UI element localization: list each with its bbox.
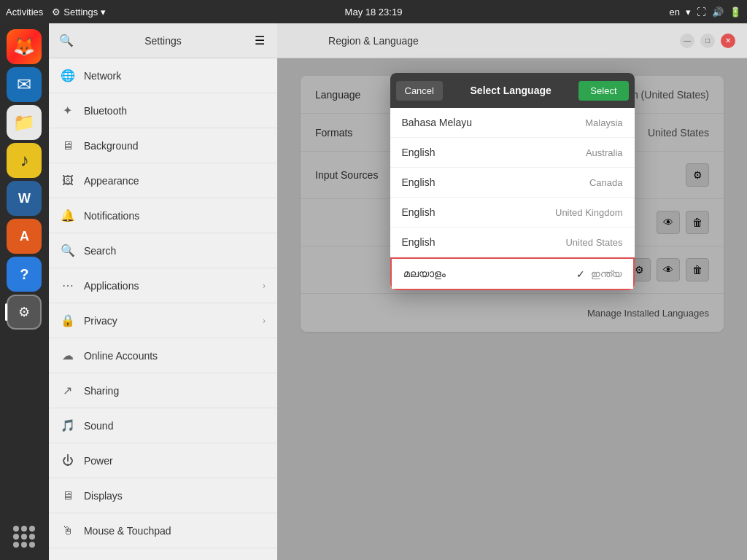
sidebar-item-privacy[interactable]: 🔒 Privacy › xyxy=(49,303,277,338)
language-country: ഇന്ത്യ xyxy=(591,268,622,280)
dock: 🦊 ✉ 📁 ♪ W A ? ⚙ xyxy=(0,23,49,560)
language-name: മലയാളം xyxy=(403,268,576,280)
power-icon: ⏻ xyxy=(61,454,75,468)
sidebar-item-label: Network xyxy=(84,70,266,82)
main-layout: 🦊 ✉ 📁 ♪ W A ? ⚙ 🔍 Settings ☰ xyxy=(0,23,747,560)
dock-icon-settings[interactable]: ⚙ xyxy=(7,295,42,330)
bluetooth-icon: ✦ xyxy=(61,104,75,118)
sidebar-item-background[interactable]: 🖥 Background xyxy=(49,128,277,163)
language-name: English xyxy=(402,236,566,248)
language-name: English xyxy=(402,206,556,218)
sidebar-item-keyboard-shortcuts[interactable]: ⌨ Keyboard Shortcuts xyxy=(49,548,277,560)
activities-button[interactable]: Activities xyxy=(6,7,43,18)
dialog-title: Select Language xyxy=(449,85,573,96)
language-country: Malaysia xyxy=(585,117,622,128)
sidebar-item-notifications[interactable]: 🔔 Notifications xyxy=(49,198,277,233)
sidebar-item-power[interactable]: ⏻ Power xyxy=(49,443,277,478)
sidebar-item-label: Sharing xyxy=(84,385,266,397)
background-icon: 🖥 xyxy=(61,139,75,153)
language-country: Australia xyxy=(586,147,623,158)
settings-menu-arrow: ▾ xyxy=(101,7,106,18)
settings-panel-title: Settings xyxy=(84,35,242,47)
dock-icon-thunderbird[interactable]: ✉ xyxy=(7,67,42,102)
appearance-icon: 🖼 xyxy=(61,174,75,188)
chevron-right-icon: › xyxy=(263,316,266,326)
sidebar-item-network[interactable]: 🌐 Network xyxy=(49,58,277,93)
sidebar-item-label: Appearance xyxy=(84,175,266,187)
language-country: Canada xyxy=(589,177,623,188)
volume-icon: 🔊 xyxy=(712,7,724,18)
minimize-button[interactable]: — xyxy=(680,34,694,48)
dialog-cancel-button[interactable]: Cancel xyxy=(396,81,443,101)
network-icon: ⛶ xyxy=(697,7,706,18)
language-item-english-us[interactable]: English United States xyxy=(390,228,635,257)
language-item-english-canada[interactable]: English Canada xyxy=(390,168,635,198)
settings-menu-icon: ⚙ xyxy=(52,7,61,18)
language-indicator[interactable]: en xyxy=(670,7,680,18)
main-content: Region & Language — □ ✕ Language English… xyxy=(277,23,747,560)
sidebar-item-online-accounts[interactable]: ☁ Online Accounts xyxy=(49,338,277,373)
show-applications-button[interactable] xyxy=(7,519,42,554)
language-country: United Kingdom xyxy=(555,207,623,218)
search-icon: 🔍 xyxy=(59,34,74,47)
maximize-button[interactable]: □ xyxy=(700,34,715,48)
dock-icon-rhythmbox[interactable]: ♪ xyxy=(7,143,42,178)
dock-icon-firefox[interactable]: 🦊 xyxy=(7,29,42,64)
close-button[interactable]: ✕ xyxy=(721,34,735,48)
notifications-icon: 🔔 xyxy=(61,209,75,223)
sidebar-item-label: Privacy xyxy=(84,315,254,327)
mouse-icon: 🖱 xyxy=(61,524,75,538)
language-name: English xyxy=(402,147,586,158)
settings-menu-label: Settings xyxy=(63,7,98,18)
content-body: Language English (United States) Formats… xyxy=(277,58,747,560)
language-item-english-uk[interactable]: English United Kingdom xyxy=(390,198,635,228)
content-header: Region & Language — □ ✕ xyxy=(277,23,747,58)
sidebar-item-sharing[interactable]: ↗ Sharing xyxy=(49,373,277,408)
topbar-right: en ▾ ⛶ 🔊 🔋 xyxy=(670,7,741,18)
topbar-left: Activities ⚙ Settings ▾ xyxy=(6,7,106,18)
dialog-body: Bahasa Melayu Malaysia English Australia… xyxy=(390,108,635,290)
sidebar-item-sound[interactable]: 🎵 Sound xyxy=(49,408,277,443)
dock-icon-help[interactable]: ? xyxy=(7,257,42,292)
sidebar-item-applications[interactable]: ⋯ Applications › xyxy=(49,268,277,303)
sidebar-item-search[interactable]: 🔍 Search xyxy=(49,233,277,268)
settings-menu[interactable]: ⚙ Settings ▾ xyxy=(52,7,106,18)
sidebar-item-label: Search xyxy=(84,245,266,257)
checkmark-icon: ✓ xyxy=(576,268,585,280)
page-title: Region & Language xyxy=(328,35,419,47)
chevron-right-icon: › xyxy=(263,281,266,291)
language-item-malayalam[interactable]: മലയാളം ✓ ഇന്ത്യ xyxy=(390,257,635,290)
sidebar-item-label: Applications xyxy=(84,280,254,292)
sidebar-item-label: Displays xyxy=(84,490,266,502)
dialog-overlay: Cancel Select Language Select Bahasa Mel… xyxy=(277,58,747,560)
sidebar-item-bluetooth[interactable]: ✦ Bluetooth xyxy=(49,93,277,128)
sidebar-item-label: Sound xyxy=(84,420,266,432)
online-accounts-icon: ☁ xyxy=(61,349,75,363)
settings-panel: 🔍 Settings ☰ 🌐 Network ✦ Bluetooth 🖥 Bac… xyxy=(49,23,277,560)
settings-list: 🌐 Network ✦ Bluetooth 🖥 Background 🖼 App… xyxy=(49,58,277,560)
sidebar-item-appearance[interactable]: 🖼 Appearance xyxy=(49,163,277,198)
settings-search-button[interactable]: 🔍 xyxy=(55,29,78,52)
applications-icon: ⋯ xyxy=(61,279,75,293)
sidebar-item-label: Notifications xyxy=(84,210,266,222)
sidebar-item-mouse-touchpad[interactable]: 🖱 Mouse & Touchpad xyxy=(49,513,277,548)
dock-icon-writer[interactable]: W xyxy=(7,181,42,216)
select-language-dialog: Cancel Select Language Select Bahasa Mel… xyxy=(390,73,635,290)
settings-menu-button[interactable]: ☰ xyxy=(248,29,271,52)
window-controls: — □ ✕ xyxy=(680,34,735,48)
language-item-english-australia[interactable]: English Australia xyxy=(390,138,635,168)
sidebar-item-label: Online Accounts xyxy=(84,350,266,362)
language-name: English xyxy=(402,176,589,188)
language-item-bahasa-melayu[interactable]: Bahasa Melayu Malaysia xyxy=(390,108,635,138)
sidebar-item-label: Power xyxy=(84,455,266,467)
grid-dots-icon xyxy=(13,526,35,548)
sidebar-item-label: Bluetooth xyxy=(84,105,266,117)
topbar-clock: May 18 23:19 xyxy=(345,7,403,18)
dialog-select-button[interactable]: Select xyxy=(578,81,628,101)
sidebar-item-displays[interactable]: 🖥 Displays xyxy=(49,478,277,513)
dock-icon-files[interactable]: 📁 xyxy=(7,105,42,140)
language-name: Bahasa Melayu xyxy=(402,117,586,128)
sidebar-item-label: Background xyxy=(84,140,266,152)
dock-icon-appstore[interactable]: A xyxy=(7,219,42,254)
sharing-icon: ↗ xyxy=(61,384,75,398)
